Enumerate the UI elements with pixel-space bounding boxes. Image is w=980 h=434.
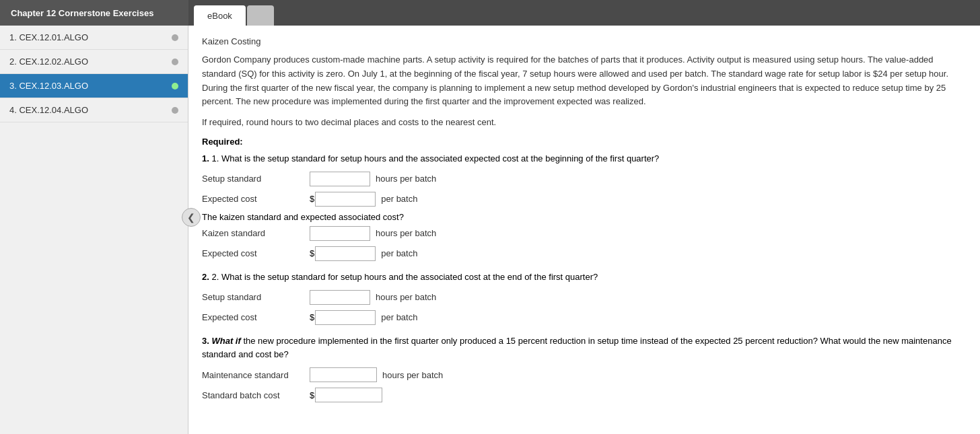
q2-setup-standard-label: Setup standard	[202, 292, 310, 302]
sidebar-dot-3	[172, 83, 178, 89]
q1-expected-cost-unit: per batch	[381, 194, 417, 204]
sidebar-dot-4	[172, 107, 178, 114]
instruction-text: If required, round hours to two decimal …	[202, 116, 967, 130]
main-area: 1. CEX.12.01.ALGO 2. CEX.12.02.ALGO 3. C…	[0, 26, 980, 434]
chapter-title: Chapter 12 Cornerstone Exercises	[0, 0, 188, 26]
top-header: Chapter 12 Cornerstone Exercises eBook	[0, 0, 980, 26]
q1-kaizen-standard-unit: hours per batch	[376, 228, 436, 238]
q1-expected-cost-row: Expected cost $ per batch	[202, 192, 967, 207]
q1-setup-standard-label: Setup standard	[202, 174, 310, 184]
q2-expected-cost-input[interactable]	[315, 310, 376, 325]
sidebar: 1. CEX.12.01.ALGO 2. CEX.12.02.ALGO 3. C…	[0, 26, 188, 434]
sidebar-item-cex1202[interactable]: 2. CEX.12.02.ALGO	[0, 50, 188, 74]
sidebar-dot-2	[172, 59, 178, 65]
q1-kaizen-standard-label: Kaizen standard	[202, 228, 310, 238]
question-3-block: 3. What if the new procedure implemented…	[202, 334, 967, 403]
collapse-sidebar-button[interactable]: ❮	[182, 208, 201, 227]
q1-kaizen-expected-cost-dollar: $	[310, 248, 314, 258]
q2-expected-cost-label: Expected cost	[202, 312, 310, 322]
q1-kaizen-expected-cost-row: Expected cost $ per batch	[202, 246, 967, 261]
q3-standard-batch-cost-dollar: $	[310, 390, 314, 400]
kaizen-section-label: The kaizen standard and expected associa…	[202, 212, 967, 222]
q1-expected-cost-input[interactable]	[315, 192, 376, 207]
sidebar-item-label: 2. CEX.12.02.ALGO	[9, 57, 88, 67]
sidebar-dot-1	[172, 34, 178, 41]
q2-expected-cost-unit: per batch	[381, 312, 417, 322]
tab-second[interactable]	[247, 5, 274, 26]
q3-standard-batch-cost-row: Standard batch cost $	[202, 388, 967, 402]
question-2-label: 2. 2. What is the setup standard for set…	[202, 270, 967, 285]
tab-ebook[interactable]: eBook	[194, 5, 246, 26]
problem-text: Gordon Company produces custom-made mach…	[202, 53, 967, 109]
q3-maintenance-standard-label: Maintenance standard	[202, 370, 310, 380]
content-area: Kaizen Costing Gordon Company produces c…	[188, 26, 980, 434]
question-1-label: 1. 1. What is the setup standard for set…	[202, 152, 967, 166]
q3-standard-batch-cost-label: Standard batch cost	[202, 390, 310, 400]
q2-expected-cost-row: Expected cost $ per batch	[202, 310, 967, 325]
q2-setup-standard-row: Setup standard hours per batch	[202, 290, 967, 305]
q1-setup-standard-input[interactable]	[310, 172, 370, 186]
question-1-block: 1. 1. What is the setup standard for set…	[202, 152, 967, 261]
q1-kaizen-expected-cost-label: Expected cost	[202, 248, 310, 258]
q2-setup-standard-unit: hours per batch	[376, 292, 436, 302]
q3-label-suffix: the new procedure implemented in the fir…	[202, 336, 952, 360]
q3-maintenance-standard-row: Maintenance standard hours per batch	[202, 367, 967, 382]
sidebar-item-cex1201[interactable]: 1. CEX.12.01.ALGO	[0, 26, 188, 50]
question-3-label: 3. What if the new procedure implemented…	[202, 334, 967, 363]
sidebar-item-cex1204[interactable]: 4. CEX.12.04.ALGO	[0, 98, 188, 122]
sidebar-item-cex1203[interactable]: 3. CEX.12.03.ALGO	[0, 74, 188, 98]
sidebar-item-label: 1. CEX.12.01.ALGO	[9, 32, 88, 42]
q3-maintenance-standard-input[interactable]	[310, 367, 377, 382]
q2-setup-standard-input[interactable]	[310, 290, 370, 305]
q2-expected-cost-dollar: $	[310, 312, 314, 322]
section-title: Kaizen Costing	[202, 36, 967, 46]
question-2-block: 2. 2. What is the setup standard for set…	[202, 270, 967, 325]
q3-label-prefix: 3.	[202, 336, 209, 346]
q1-kaizen-expected-cost-unit: per batch	[381, 248, 417, 258]
q1-setup-standard-row: Setup standard hours per batch	[202, 172, 967, 186]
q1-expected-cost-label: Expected cost	[202, 194, 310, 204]
q1-kaizen-standard-input[interactable]	[310, 226, 370, 241]
q1-expected-cost-dollar: $	[310, 194, 314, 204]
q3-maintenance-standard-unit: hours per batch	[382, 370, 443, 380]
sidebar-item-label: 3. CEX.12.03.ALGO	[9, 81, 88, 91]
q3-standard-batch-cost-input[interactable]	[315, 388, 382, 402]
sidebar-item-label: 4. CEX.12.04.ALGO	[9, 105, 88, 115]
q1-kaizen-expected-cost-input[interactable]	[315, 246, 376, 261]
required-label: Required:	[202, 137, 967, 147]
q3-label-italic: What if	[211, 336, 240, 346]
q1-kaizen-standard-row: Kaizen standard hours per batch	[202, 226, 967, 241]
tab-bar: eBook	[188, 0, 275, 26]
q1-setup-standard-unit: hours per batch	[376, 174, 436, 184]
